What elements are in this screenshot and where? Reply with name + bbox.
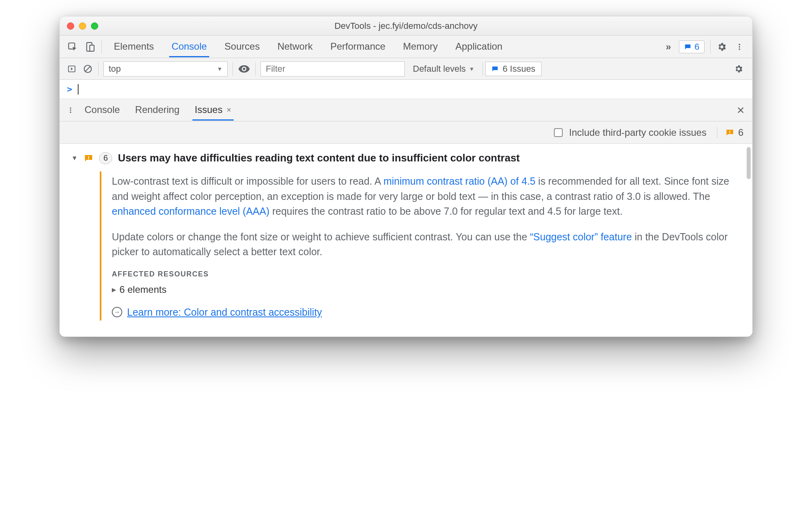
svg-rect-2: [90, 45, 94, 51]
inspect-element-icon[interactable]: [64, 36, 81, 58]
drawer-tab-rendering[interactable]: Rendering: [133, 99, 182, 121]
tab-console[interactable]: Console: [169, 36, 209, 57]
warning-icon: [725, 128, 734, 137]
chevron-down-icon: ▼: [469, 66, 475, 72]
minimize-window-button[interactable]: [79, 22, 86, 30]
chevron-down-icon: ▼: [217, 66, 222, 72]
window-title: DevTools - jec.fyi/demo/cds-anchovy: [60, 21, 752, 31]
traffic-lights: [60, 22, 98, 30]
arrow-circle-icon: →: [112, 307, 122, 317]
issue-occurrence-count: 6: [99, 152, 112, 164]
issue-paragraph-2: Update colors or change the font size or…: [112, 230, 736, 260]
console-settings-icon[interactable]: [731, 64, 747, 74]
third-party-cookies-checkbox[interactable]: [554, 128, 563, 137]
zoom-window-button[interactable]: [91, 22, 98, 30]
tab-sources[interactable]: Sources: [222, 36, 262, 57]
svg-point-9: [243, 67, 245, 70]
third-party-cookies-label: Include third-party cookie issues: [569, 127, 707, 138]
tab-elements[interactable]: Elements: [111, 36, 156, 57]
svg-point-4: [739, 46, 740, 48]
link-enhanced-conformance[interactable]: enhanced conformance level (AAA): [112, 206, 269, 217]
tab-memory[interactable]: Memory: [401, 36, 440, 57]
device-toolbar-icon[interactable]: [81, 36, 99, 58]
scrollbar-thumb[interactable]: [747, 147, 751, 179]
log-levels-selector[interactable]: Default levels ▼: [407, 64, 480, 74]
expand-toggle-icon[interactable]: ▶: [112, 286, 116, 293]
clear-console-icon[interactable]: [80, 64, 96, 74]
issue-header[interactable]: ▼ 6 Users may have difficulties reading …: [71, 152, 736, 164]
titlebar: DevTools - jec.fyi/demo/cds-anchovy: [60, 16, 752, 36]
svg-point-10: [70, 107, 71, 109]
more-tabs-button[interactable]: »: [661, 41, 676, 52]
divider: [710, 40, 711, 54]
prompt-caret-icon: >: [67, 84, 72, 94]
affected-resources-item[interactable]: ▶ 6 elements: [112, 284, 736, 295]
divider: [255, 62, 256, 76]
divider: [483, 62, 483, 76]
total-issues-number: 6: [738, 127, 743, 138]
learn-more-link[interactable]: Learn more: Color and contrast accessibi…: [127, 306, 322, 318]
context-selector[interactable]: top ▼: [103, 61, 228, 77]
issues-count-label: 6 Issues: [503, 64, 535, 74]
context-selector-value: top: [109, 64, 121, 74]
svg-point-11: [70, 109, 71, 111]
main-tabstrip: Elements Console Sources Network Perform…: [60, 36, 752, 58]
svg-rect-17: [88, 156, 89, 158]
more-options-icon[interactable]: [731, 42, 748, 52]
drawer-tab-console[interactable]: Console: [82, 99, 122, 121]
total-issues-count: 6: [717, 127, 743, 138]
issues-toolbar: Include third-party cookie issues 6: [60, 121, 752, 144]
issue-title: Users may have difficulties reading text…: [118, 152, 520, 164]
issue-paragraph-1: Low-contrast text is difficult or imposs…: [112, 174, 736, 219]
drawer-tab-issues-label: Issues: [195, 104, 222, 115]
link-suggest-color[interactable]: “Suggest color” feature: [530, 231, 632, 242]
close-drawer-button[interactable]: [736, 106, 745, 115]
tab-performance[interactable]: Performance: [328, 36, 388, 57]
svg-rect-15: [729, 131, 730, 133]
drawer-tab-issues[interactable]: Issues ×: [192, 99, 234, 121]
issues-panel: ▼ 6 Users may have difficulties reading …: [60, 144, 752, 337]
drawer-more-icon[interactable]: [64, 105, 77, 115]
learn-more-row: → Learn more: Color and contrast accessi…: [112, 306, 736, 318]
svg-point-12: [70, 111, 71, 113]
affected-resources-header: AFFECTED RESOURCES: [112, 270, 736, 278]
drawer-tabs: Console Rendering Issues ×: [77, 99, 238, 121]
divider: [101, 40, 102, 54]
text-cursor: [78, 84, 79, 95]
console-toolbar: top ▼ Default levels ▼ 6 Issues: [60, 58, 752, 80]
issues-count-button[interactable]: 6 Issues: [485, 62, 541, 76]
main-tabs: Elements Console Sources Network Perform…: [104, 36, 512, 57]
tab-network[interactable]: Network: [275, 36, 315, 57]
expand-toggle-icon[interactable]: ▼: [71, 155, 78, 162]
tab-application[interactable]: Application: [453, 36, 505, 57]
svg-rect-16: [729, 133, 730, 133]
console-prompt[interactable]: >: [60, 80, 752, 99]
divider: [232, 62, 233, 76]
live-expression-icon[interactable]: [235, 65, 253, 73]
filter-input-field[interactable]: [266, 64, 400, 74]
toggle-sidebar-icon[interactable]: [64, 64, 80, 73]
settings-icon[interactable]: [713, 42, 731, 52]
warning-icon: [84, 153, 93, 163]
divider: [98, 62, 99, 76]
drawer-tabstrip: Console Rendering Issues ×: [60, 99, 752, 121]
issues-badge-count: 6: [695, 42, 699, 52]
close-tab-icon[interactable]: ×: [226, 105, 231, 115]
affected-elements-count: 6 elements: [119, 284, 166, 295]
svg-point-3: [739, 44, 740, 45]
close-window-button[interactable]: [67, 22, 74, 30]
filter-input[interactable]: [261, 61, 405, 77]
issue-body: Low-contrast text is difficult or imposs…: [100, 171, 736, 320]
svg-rect-18: [88, 159, 89, 159]
svg-point-5: [739, 48, 740, 50]
issues-badge-button[interactable]: 6: [679, 40, 705, 53]
log-levels-label: Default levels: [413, 64, 466, 74]
svg-line-8: [85, 67, 90, 71]
link-min-contrast-ratio[interactable]: minimum contrast ratio (AA) of 4.5: [384, 175, 535, 187]
devtools-window: DevTools - jec.fyi/demo/cds-anchovy Elem…: [59, 16, 753, 337]
